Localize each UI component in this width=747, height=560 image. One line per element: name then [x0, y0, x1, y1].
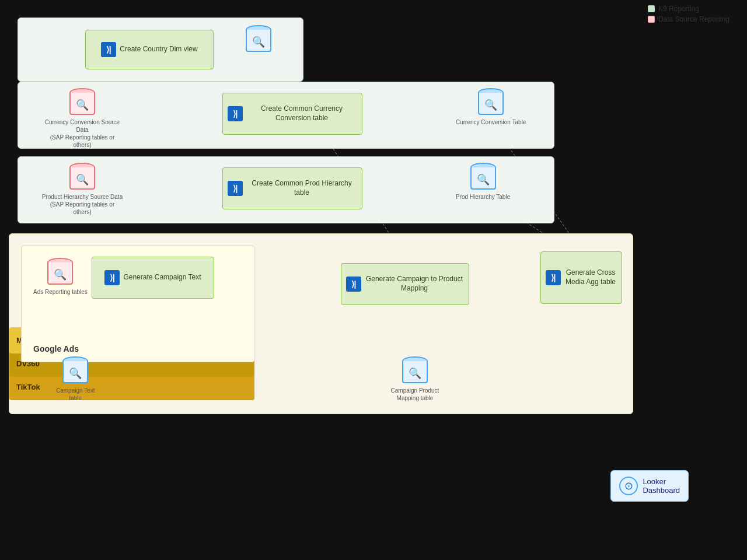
- db-mag-icon: 🔍: [409, 367, 421, 380]
- campaign-section: TikTok DV360 Meta 🔍 Ads Reporting tables: [9, 233, 633, 414]
- campaign-mapping-label: Campaign ProductMapping table: [389, 387, 441, 402]
- db-body: 🔍: [69, 167, 95, 190]
- ads-reporting-db: 🔍 Ads Reporting tables: [33, 258, 88, 296]
- fivetran-icon: ⟩|: [228, 181, 243, 196]
- looker-icon: ⊙: [619, 477, 638, 495]
- generate-cross-media-node[interactable]: ⟩| Generate Cross Media Agg table: [540, 251, 622, 304]
- currency-source-cylinder: 🔍: [69, 88, 95, 117]
- fivetran-icon: ⟩|: [101, 42, 116, 57]
- create-currency-node[interactable]: ⟩| Create Common Currency Conversion tab…: [222, 93, 362, 135]
- legend-datasource-color: [648, 16, 655, 23]
- country-dim-db-cylinder: 🔍: [246, 25, 271, 54]
- legend-datasource: Data Source Reporting: [648, 15, 729, 23]
- db-mag-icon: 🔍: [76, 99, 89, 111]
- db-body: 🔍: [470, 167, 496, 190]
- currency-target-label: Currency Conversion Table: [456, 118, 526, 126]
- db-body: 🔍: [47, 262, 73, 285]
- legend-k9-color: [648, 5, 655, 12]
- campaign-mapping-cylinder: 🔍: [402, 356, 428, 386]
- currency-section: 🔍 Currency Conversion Source Data(SAP Re…: [18, 82, 554, 149]
- node-inner: ⟩| Create Common Currency Conversion tab…: [228, 104, 357, 123]
- db-mag-icon: 🔍: [76, 173, 89, 186]
- ads-reporting-label: Ads Reporting tables: [33, 288, 88, 296]
- prod-target-cylinder: 🔍: [470, 163, 496, 192]
- db-mag-icon: 🔍: [484, 99, 497, 111]
- db-body: 🔍: [246, 30, 271, 52]
- create-prod-label: Create Common Prod Hierarchy table: [246, 179, 357, 197]
- node-inner: ⟩| Create Country Dim view: [101, 42, 197, 57]
- generate-cross-media-label: Generate Cross Media Agg table: [564, 268, 617, 286]
- legend-k9: K9 Reporting: [648, 5, 729, 13]
- db-body: 🔍: [478, 93, 504, 115]
- db-body: 🔍: [402, 361, 428, 383]
- generate-campaign-text-node[interactable]: ⟩| Generate Campaign Text: [92, 257, 214, 299]
- google-ads-container: 🔍 Ads Reporting tables ⟩| Generate Campa…: [21, 246, 254, 362]
- currency-target-cylinder: 🔍: [478, 88, 504, 117]
- create-prod-node[interactable]: ⟩| Create Common Prod Hierarchy table: [222, 167, 362, 209]
- prod-hierarchy-section: 🔍 Product Hierarchy Source Data(SAP Repo…: [18, 156, 554, 223]
- campaign-text-label: Campaign Texttable: [56, 387, 95, 402]
- prod-source-db: 🔍 Product Hierarchy Source Data(SAP Repo…: [41, 163, 123, 216]
- prod-source-cylinder: 🔍: [69, 163, 95, 192]
- generate-campaign-mapping-label: Generate Campaign to Product Mapping: [365, 275, 464, 293]
- create-country-dim-node[interactable]: ⟩| Create Country Dim view: [85, 30, 214, 69]
- prod-target-label: Prod Hierarchy Table: [456, 193, 510, 201]
- db-mag-icon: 🔍: [252, 36, 265, 48]
- node-inner: ⟩| Generate Campaign to Product Mapping: [346, 275, 464, 293]
- prod-source-label: Product Hierarchy Source Data(SAP Report…: [41, 193, 123, 216]
- currency-source-db: 🔍 Currency Conversion Source Data(SAP Re…: [41, 88, 123, 149]
- node-inner: ⟩| Generate Campaign Text: [104, 270, 201, 285]
- legend: K9 Reporting Data Source Reporting: [648, 5, 729, 23]
- db-mag-icon: 🔍: [69, 367, 82, 380]
- node-inner: ⟩| Create Common Prod Hierarchy table: [228, 179, 357, 197]
- legend-k9-label: K9 Reporting: [658, 5, 699, 13]
- create-currency-label: Create Common Currency Conversion table: [246, 104, 357, 123]
- looker-label: LookerDashboard: [643, 477, 680, 495]
- country-dim-section: ⟩| Create Country Dim view 🔍: [18, 18, 303, 82]
- db-body: 🔍: [62, 361, 88, 383]
- google-ads-label: Google Ads: [33, 344, 79, 354]
- fivetran-icon: ⟩|: [346, 276, 361, 292]
- campaign-text-cylinder: 🔍: [62, 356, 88, 386]
- tiktok-layer: TikTok: [9, 374, 254, 400]
- currency-source-label: Currency Conversion Source Data(SAP Repo…: [41, 118, 123, 149]
- legend-datasource-label: Data Source Reporting: [658, 15, 729, 23]
- fivetran-icon: ⟩|: [546, 270, 561, 285]
- db-body: 🔍: [69, 93, 95, 115]
- create-country-dim-label: Create Country Dim view: [120, 45, 197, 54]
- db-mag-icon: 🔍: [477, 173, 490, 186]
- looker-dashboard[interactable]: ⊙ LookerDashboard: [610, 470, 689, 502]
- tiktok-label: TikTok: [16, 383, 40, 391]
- country-dim-db: 🔍: [246, 25, 271, 54]
- campaign-mapping-db: 🔍 Campaign ProductMapping table: [389, 356, 441, 402]
- fivetran-icon: ⟩|: [104, 270, 120, 285]
- prod-target-db: 🔍 Prod Hierarchy Table: [456, 163, 510, 201]
- currency-target-db: 🔍 Currency Conversion Table: [456, 88, 526, 126]
- campaign-text-db: 🔍 Campaign Texttable: [56, 356, 95, 402]
- ads-db-cylinder: 🔍: [47, 258, 73, 287]
- db-mag-icon: 🔍: [54, 268, 67, 281]
- fivetran-icon: ⟩|: [228, 106, 243, 121]
- generate-campaign-mapping-node[interactable]: ⟩| Generate Campaign to Product Mapping: [341, 263, 469, 305]
- node-inner: ⟩| Generate Cross Media Agg table: [546, 268, 617, 286]
- generate-campaign-text-label: Generate Campaign Text: [123, 273, 201, 282]
